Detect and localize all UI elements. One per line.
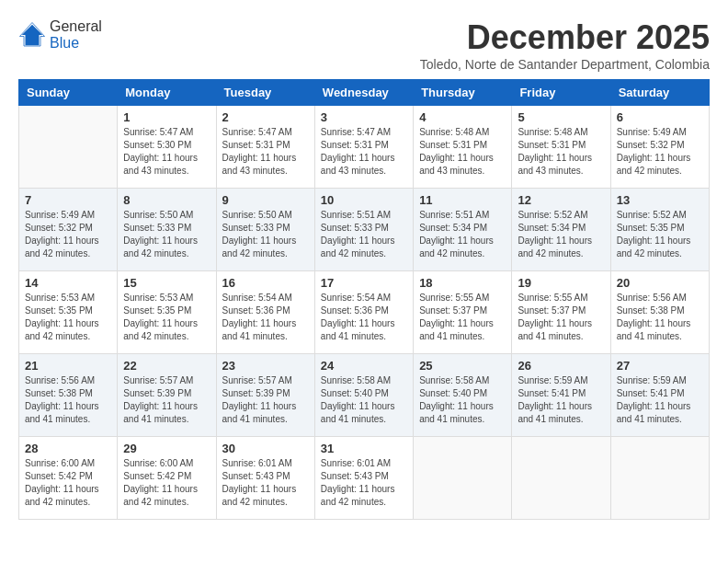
day-number: 11 [419,193,506,207]
day-number: 18 [419,276,506,290]
day-info: Sunrise: 5:59 AMSunset: 5:41 PMDaylight:… [617,374,703,426]
calendar-cell: 31Sunrise: 6:01 AMSunset: 5:43 PMDayligh… [314,437,413,520]
calendar-week-1: 1Sunrise: 5:47 AMSunset: 5:30 PMDaylight… [19,106,710,189]
day-info: Sunrise: 5:57 AMSunset: 5:39 PMDaylight:… [123,374,210,426]
calendar-cell: 1Sunrise: 5:47 AMSunset: 5:30 PMDaylight… [118,106,216,189]
calendar-cell: 25Sunrise: 5:58 AMSunset: 5:40 PMDayligh… [414,354,512,437]
calendar-cell: 13Sunrise: 5:52 AMSunset: 5:35 PMDayligh… [610,189,709,271]
logo-blue: Blue [50,35,79,51]
day-info: Sunrise: 5:51 AMSunset: 5:33 PMDaylight:… [321,209,407,260]
day-info: Sunrise: 5:49 AMSunset: 5:32 PMDaylight:… [25,209,111,260]
calendar-cell: 24Sunrise: 5:58 AMSunset: 5:40 PMDayligh… [314,354,413,437]
day-info: Sunrise: 5:58 AMSunset: 5:40 PMDaylight:… [419,374,506,426]
day-info: Sunrise: 5:52 AMSunset: 5:35 PMDaylight:… [617,209,703,260]
calendar-cell: 5Sunrise: 5:48 AMSunset: 5:31 PMDaylight… [512,106,610,189]
logo-general: General [50,18,102,34]
calendar-week-4: 21Sunrise: 5:56 AMSunset: 5:38 PMDayligh… [19,354,710,437]
calendar-cell: 3Sunrise: 5:47 AMSunset: 5:31 PMDaylight… [314,106,413,189]
weekday-header-thursday: Thursday [414,80,512,106]
day-number: 3 [321,110,407,124]
calendar-cell: 18Sunrise: 5:55 AMSunset: 5:37 PMDayligh… [414,271,512,354]
day-info: Sunrise: 5:47 AMSunset: 5:30 PMDaylight:… [123,126,210,178]
day-number: 17 [321,276,407,290]
day-info: Sunrise: 5:53 AMSunset: 5:35 PMDaylight:… [25,292,111,343]
day-number: 7 [25,193,111,207]
calendar-cell: 8Sunrise: 5:50 AMSunset: 5:33 PMDaylight… [118,189,216,271]
day-number: 8 [123,193,210,207]
day-info: Sunrise: 5:50 AMSunset: 5:33 PMDaylight:… [222,209,309,260]
day-number: 30 [222,442,309,455]
weekday-header-sunday: Sunday [19,80,118,106]
weekday-header-monday: Monday [118,80,216,106]
svg-marker-0 [22,25,43,46]
calendar-cell: 30Sunrise: 6:01 AMSunset: 5:43 PMDayligh… [216,437,314,520]
calendar-cell: 26Sunrise: 5:59 AMSunset: 5:41 PMDayligh… [512,354,610,437]
location-title: Toledo, Norte de Santander Department, C… [420,57,710,72]
page-header: General Blue December 2025 Toledo, Norte… [18,18,710,72]
day-number: 6 [617,110,703,124]
calendar-cell: 28Sunrise: 6:00 AMSunset: 5:42 PMDayligh… [19,437,118,520]
day-number: 19 [518,276,604,290]
day-number: 16 [222,276,309,290]
calendar-cell: 15Sunrise: 5:53 AMSunset: 5:35 PMDayligh… [118,271,216,354]
day-number: 5 [518,110,604,124]
day-info: Sunrise: 5:58 AMSunset: 5:40 PMDaylight:… [321,374,407,426]
calendar-cell: 19Sunrise: 5:55 AMSunset: 5:37 PMDayligh… [512,271,610,354]
weekday-header-friday: Friday [512,80,610,106]
day-info: Sunrise: 5:55 AMSunset: 5:37 PMDaylight:… [518,292,604,343]
calendar-cell: 7Sunrise: 5:49 AMSunset: 5:32 PMDaylight… [19,189,118,271]
calendar-week-3: 14Sunrise: 5:53 AMSunset: 5:35 PMDayligh… [19,271,710,354]
calendar-cell: 14Sunrise: 5:53 AMSunset: 5:35 PMDayligh… [19,271,118,354]
calendar-cell [610,437,709,520]
day-info: Sunrise: 5:55 AMSunset: 5:37 PMDaylight:… [419,292,506,343]
day-number: 1 [123,110,210,124]
day-number: 25 [419,359,506,373]
day-number: 2 [222,110,309,124]
calendar-cell: 16Sunrise: 5:54 AMSunset: 5:36 PMDayligh… [216,271,314,354]
day-number: 31 [321,442,407,455]
day-info: Sunrise: 5:47 AMSunset: 5:31 PMDaylight:… [321,126,407,178]
day-number: 21 [25,359,111,373]
calendar-week-5: 28Sunrise: 6:00 AMSunset: 5:42 PMDayligh… [19,437,710,520]
calendar-cell [19,106,118,189]
weekday-header-wednesday: Wednesday [314,80,413,106]
day-info: Sunrise: 6:01 AMSunset: 5:43 PMDaylight:… [222,457,309,509]
logo-icon [18,21,46,49]
logo: General Blue [18,18,102,52]
day-number: 26 [518,359,604,373]
day-number: 12 [518,193,604,207]
calendar-cell: 21Sunrise: 5:56 AMSunset: 5:38 PMDayligh… [19,354,118,437]
day-number: 15 [123,276,210,290]
day-info: Sunrise: 5:59 AMSunset: 5:41 PMDaylight:… [518,374,604,426]
day-info: Sunrise: 5:51 AMSunset: 5:34 PMDaylight:… [419,209,506,260]
day-info: Sunrise: 5:52 AMSunset: 5:34 PMDaylight:… [518,209,604,260]
logo-text: General Blue [50,18,102,52]
calendar-cell: 17Sunrise: 5:54 AMSunset: 5:36 PMDayligh… [314,271,413,354]
day-info: Sunrise: 5:53 AMSunset: 5:35 PMDaylight:… [123,292,210,343]
weekday-header-tuesday: Tuesday [216,80,314,106]
weekday-header-row: SundayMondayTuesdayWednesdayThursdayFrid… [19,80,710,106]
day-number: 4 [419,110,506,124]
day-number: 29 [123,442,210,455]
day-info: Sunrise: 5:56 AMSunset: 5:38 PMDaylight:… [617,292,703,343]
month-title: December 2025 [420,18,710,57]
day-info: Sunrise: 5:48 AMSunset: 5:31 PMDaylight:… [419,126,506,178]
day-number: 27 [617,359,703,373]
calendar-cell: 11Sunrise: 5:51 AMSunset: 5:34 PMDayligh… [414,189,512,271]
calendar-cell: 22Sunrise: 5:57 AMSunset: 5:39 PMDayligh… [118,354,216,437]
calendar-cell: 9Sunrise: 5:50 AMSunset: 5:33 PMDaylight… [216,189,314,271]
day-info: Sunrise: 5:57 AMSunset: 5:39 PMDaylight:… [222,374,309,426]
calendar-cell: 12Sunrise: 5:52 AMSunset: 5:34 PMDayligh… [512,189,610,271]
calendar-cell [512,437,610,520]
calendar-cell: 29Sunrise: 6:00 AMSunset: 5:42 PMDayligh… [118,437,216,520]
calendar-cell: 10Sunrise: 5:51 AMSunset: 5:33 PMDayligh… [314,189,413,271]
day-info: Sunrise: 5:54 AMSunset: 5:36 PMDaylight:… [321,292,407,343]
day-number: 9 [222,193,309,207]
calendar-cell: 20Sunrise: 5:56 AMSunset: 5:38 PMDayligh… [610,271,709,354]
day-number: 24 [321,359,407,373]
day-info: Sunrise: 6:00 AMSunset: 5:42 PMDaylight:… [123,457,210,509]
calendar-cell: 4Sunrise: 5:48 AMSunset: 5:31 PMDaylight… [414,106,512,189]
calendar-cell [414,437,512,520]
day-info: Sunrise: 5:56 AMSunset: 5:38 PMDaylight:… [25,374,111,426]
day-number: 22 [123,359,210,373]
